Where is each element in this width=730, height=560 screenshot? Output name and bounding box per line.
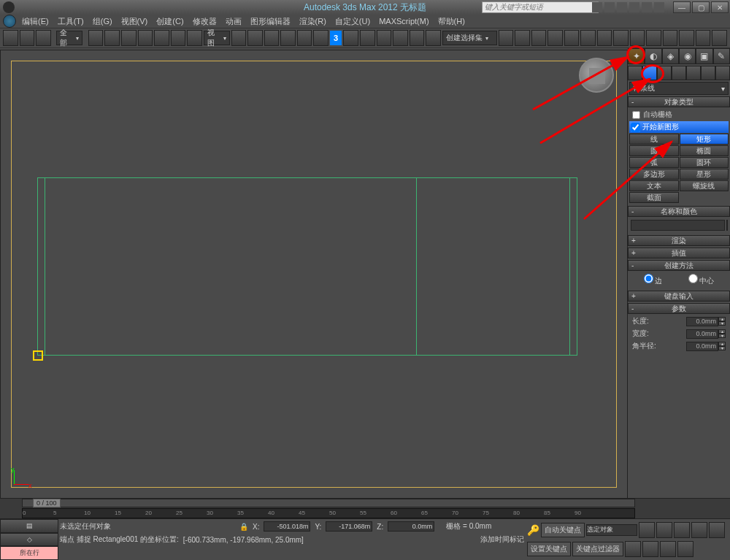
time-ruler[interactable]: 051015202530354045505560657075808590 (22, 508, 635, 518)
helix-button[interactable]: 螺旋线 (680, 180, 729, 191)
color-swatch[interactable] (726, 220, 728, 231)
play-start-button[interactable] (639, 522, 655, 538)
menu-anim[interactable]: 动画 (226, 16, 242, 27)
view-cube[interactable] (579, 58, 614, 93)
snap-percent-button[interactable] (297, 30, 312, 46)
nav-button[interactable] (642, 541, 658, 557)
spinner-snap-button[interactable] (313, 30, 328, 46)
scale-button[interactable] (187, 30, 202, 46)
select-button[interactable] (88, 30, 104, 46)
selection-handle[interactable] (33, 350, 43, 361)
menu-render[interactable]: 渲染(R) (299, 16, 326, 27)
select-name-button[interactable] (104, 30, 120, 46)
x-input[interactable] (264, 521, 310, 532)
play-button[interactable] (674, 522, 690, 538)
selset-combo[interactable]: 创建选择集 (442, 31, 497, 45)
script-button[interactable]: ▤ (0, 519, 58, 533)
rollout-header[interactable]: -对象类型 (628, 96, 730, 107)
shape-rectangle[interactable] (45, 177, 570, 356)
motion-tab[interactable]: ◉ (679, 48, 696, 64)
add-time-label[interactable]: 添加时间标记 (480, 534, 524, 545)
select-rect-button[interactable] (121, 30, 137, 46)
radius-input[interactable] (686, 342, 718, 351)
hierarchy-tab[interactable]: ◈ (662, 48, 679, 64)
nav-button[interactable] (677, 541, 694, 557)
helpers-icon[interactable] (686, 66, 701, 80)
search-input[interactable] (483, 3, 598, 11)
tb-btn[interactable] (646, 30, 661, 46)
rollout-header[interactable]: -名称和颜色 (628, 206, 730, 217)
autogrid-checkbox[interactable] (632, 111, 640, 119)
snap-value[interactable]: 3 (330, 31, 342, 45)
selobj-input[interactable] (586, 524, 637, 536)
snap4-button[interactable] (377, 30, 392, 46)
star-button[interactable]: 星形 (680, 169, 729, 180)
snap-button[interactable] (264, 30, 280, 46)
text-button[interactable]: 文本 (629, 180, 679, 191)
manip-button[interactable] (247, 30, 263, 46)
help-icon[interactable] (642, 2, 652, 12)
schematic-button[interactable] (548, 30, 563, 46)
menu-edit[interactable]: 编辑(E) (22, 16, 49, 27)
ellipse-button[interactable]: 椭圆 (680, 145, 729, 156)
curve-editor-button[interactable] (531, 30, 547, 46)
layer-button[interactable] (426, 30, 441, 46)
nav-button[interactable] (625, 541, 641, 557)
menu-group[interactable]: 组(G) (93, 16, 112, 27)
y-input[interactable] (326, 521, 372, 532)
help-icon[interactable] (592, 2, 602, 12)
modify-tab[interactable]: ◐ (645, 48, 661, 64)
edge-radio[interactable]: 边 (644, 274, 663, 286)
snap-angle-button[interactable] (280, 30, 296, 46)
curr-row-button[interactable]: 所在行 (0, 546, 58, 560)
render-frame-button[interactable] (597, 30, 612, 46)
minimize-button[interactable]: — (673, 1, 691, 13)
category-dropdown[interactable]: 样条线 (629, 82, 729, 95)
ngon-button[interactable]: 多边形 (629, 169, 679, 180)
spin-down[interactable]: ▾ (718, 346, 726, 350)
menu-custom[interactable]: 自定义(U) (335, 16, 370, 27)
refcoord-combo[interactable]: 视图 (204, 31, 230, 45)
donut-button[interactable]: 圆环 (680, 157, 729, 168)
help-icon[interactable] (604, 2, 615, 12)
app-icon[interactable] (3, 1, 15, 13)
play-prev-button[interactable] (656, 522, 672, 538)
spin-down[interactable]: ▾ (718, 334, 726, 338)
length-input[interactable] (686, 317, 718, 326)
shapes-icon[interactable] (642, 66, 657, 80)
keyfilter-button[interactable]: 关键点过滤器 (572, 542, 623, 556)
spacewarps-icon[interactable] (701, 66, 715, 80)
render-button[interactable] (613, 30, 629, 46)
circle-button[interactable]: 圆 (629, 145, 679, 156)
tb-btn[interactable] (663, 30, 678, 46)
viewport[interactable]: yx (0, 50, 628, 499)
search-box[interactable] (482, 1, 599, 13)
menu-modifier[interactable]: 修改器 (193, 16, 217, 27)
menu-tools[interactable]: 工具(T) (58, 16, 84, 27)
cameras-icon[interactable] (672, 66, 686, 80)
tb-btn[interactable] (630, 30, 645, 46)
snap3-button[interactable] (360, 30, 375, 46)
tb-btn[interactable] (515, 30, 530, 46)
close-button[interactable]: ✕ (711, 1, 729, 13)
teapot-button[interactable] (712, 30, 727, 46)
tb-btn[interactable] (696, 30, 711, 46)
interp-rollout-header[interactable]: +插值 (628, 248, 730, 258)
center-radio[interactable]: 中心 (688, 274, 715, 286)
help-icon[interactable] (654, 2, 664, 12)
section-button[interactable]: 截面 (629, 192, 679, 203)
material-button[interactable] (564, 30, 580, 46)
systems-icon[interactable] (715, 66, 730, 80)
menu-create[interactable]: 创建(C) (156, 16, 183, 27)
mirror-button[interactable] (393, 30, 408, 46)
utilities-tab[interactable]: ✎ (713, 48, 730, 64)
lights-icon[interactable] (657, 66, 672, 80)
keyboard-rollout-header[interactable]: +键盘输入 (628, 291, 730, 302)
play-end-button[interactable] (709, 522, 725, 538)
rectangle-button[interactable]: 矩形 (680, 134, 729, 145)
window-crossing-button[interactable] (138, 30, 153, 46)
display-tab[interactable]: ▣ (696, 48, 712, 64)
geometry-icon[interactable] (628, 66, 642, 80)
tb-btn[interactable] (499, 30, 514, 46)
render-rollout-header[interactable]: +渲染 (628, 235, 730, 246)
